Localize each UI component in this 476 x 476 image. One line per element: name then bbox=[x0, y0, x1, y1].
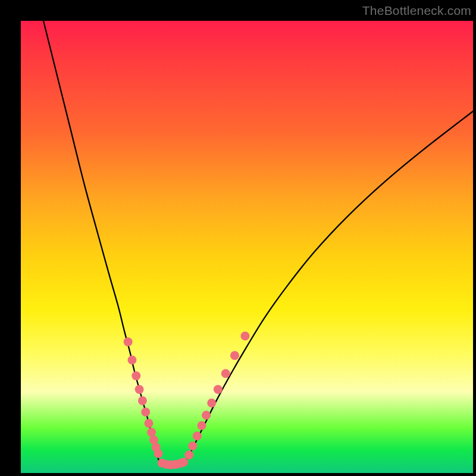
plot-area bbox=[21, 21, 473, 473]
data-point bbox=[147, 428, 156, 437]
data-point bbox=[202, 411, 211, 419]
watermark-text: TheBottleneck.com bbox=[362, 4, 471, 18]
data-point bbox=[193, 431, 202, 440]
data-point bbox=[221, 369, 230, 378]
data-point bbox=[145, 419, 154, 428]
data-point bbox=[138, 396, 147, 405]
data-point bbox=[141, 408, 150, 416]
data-point bbox=[131, 371, 140, 380]
data-point bbox=[179, 458, 188, 466]
curve-left bbox=[43, 21, 159, 462]
scatter-dots bbox=[124, 331, 250, 469]
data-point bbox=[184, 450, 193, 459]
data-point bbox=[135, 385, 144, 394]
data-point bbox=[124, 337, 133, 346]
data-point bbox=[198, 421, 206, 430]
data-point bbox=[207, 399, 216, 408]
curve-right bbox=[185, 111, 473, 462]
data-point bbox=[154, 449, 163, 458]
data-point bbox=[240, 331, 249, 340]
data-point bbox=[127, 356, 136, 365]
chart-svg bbox=[21, 21, 473, 473]
data-point bbox=[230, 351, 239, 360]
chart-frame: TheBottleneck.com bbox=[0, 0, 476, 476]
data-point bbox=[188, 441, 197, 450]
data-point bbox=[214, 385, 223, 394]
